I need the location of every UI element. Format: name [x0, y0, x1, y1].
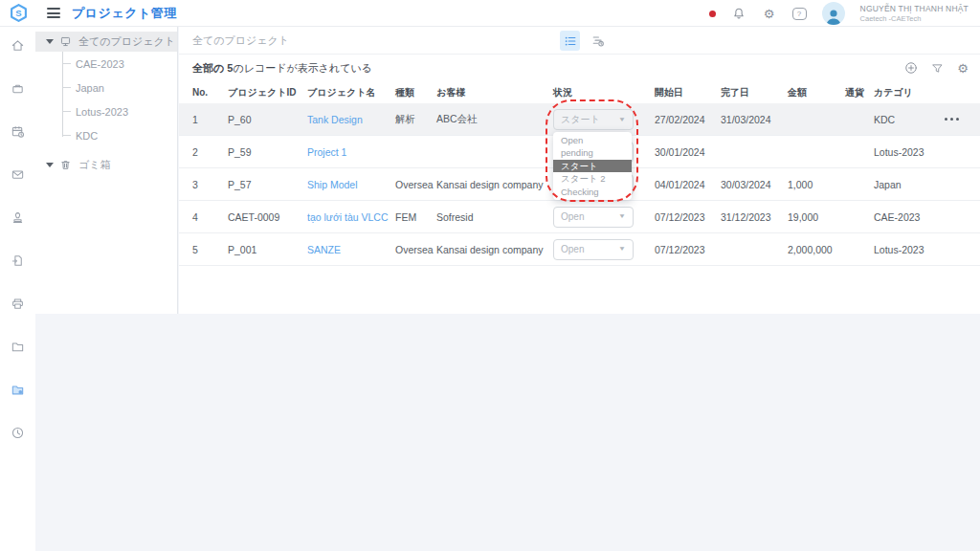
tree-item-label: ゴミ箱 — [78, 158, 111, 172]
menu-toggle-button[interactable] — [47, 6, 60, 21]
cell-category: Lotus-2023 — [874, 244, 945, 255]
user-name: NGUYỄN THỊ THANH NHẬT — [860, 4, 969, 13]
stamp-icon[interactable] — [0, 203, 35, 231]
folder-icon[interactable] — [0, 332, 35, 361]
col-project-name: プロジェクト名 — [307, 86, 395, 99]
col-amount: 金額 — [788, 86, 845, 99]
col-no: No. — [192, 87, 228, 98]
chevron-down-icon: ▼ — [618, 246, 626, 253]
cell-start-date: 07/12/2023 — [655, 244, 721, 255]
cell-end-date: 30/03/2024 — [721, 179, 788, 190]
cell-category: Japan — [874, 179, 945, 190]
row-actions-icon[interactable] — [945, 118, 972, 121]
tree-item-trash[interactable]: ゴミ箱 — [35, 155, 177, 175]
table-row[interactable]: 5 P_001 SANZE Oversea Kansai design comp… — [179, 233, 980, 266]
bell-icon[interactable] — [731, 6, 746, 21]
cell-project-id: P_59 — [228, 146, 307, 158]
trash-icon — [59, 159, 72, 171]
col-start-date: 開始日 — [655, 86, 721, 99]
records-summary-row: 全部の 5のレコードが表示されている ⚙ — [179, 55, 980, 81]
col-type: 種類 — [395, 86, 436, 99]
document-export-icon[interactable] — [0, 246, 35, 275]
cell-no: 4 — [192, 211, 228, 223]
col-end-date: 完了日 — [721, 86, 788, 99]
cell-type: FEM — [395, 211, 436, 223]
clock-icon[interactable] — [0, 418, 35, 447]
project-name-link[interactable]: Tank Design — [307, 114, 395, 125]
cell-no: 2 — [192, 146, 228, 158]
app-logo-icon: S — [9, 4, 28, 23]
top-header: S プロジェクト管理 ⚙ ? NGUYỄN THỊ THANH NHẬT Cae… — [0, 0, 980, 27]
caret-down-icon[interactable] — [46, 39, 54, 44]
help-icon[interactable]: ? — [792, 8, 807, 20]
tree-item-lotus-2023[interactable]: Lotus-2023 — [62, 99, 177, 123]
mail-icon[interactable] — [0, 160, 35, 188]
cell-type: Oversea — [395, 179, 436, 190]
cell-type: Oversea — [395, 244, 436, 255]
icon-rail — [0, 27, 35, 551]
cell-customer: Sofresid — [436, 211, 553, 223]
status-select-value: スタート — [561, 113, 600, 126]
cell-project-id: P_001 — [228, 244, 307, 255]
cell-project-id: P_57 — [228, 179, 307, 190]
avatar[interactable] — [822, 2, 845, 25]
project-name-link[interactable]: Project 1 — [307, 146, 395, 158]
dropdown-option[interactable]: pending — [553, 146, 632, 159]
tree-child-label: Japan — [76, 82, 104, 94]
cell-no: 1 — [192, 114, 228, 125]
briefcase-icon[interactable] — [0, 74, 35, 102]
chevron-down-icon: ▼ — [618, 116, 626, 122]
status-select[interactable]: Open ▼ — [553, 207, 634, 228]
status-select[interactable]: スタート ▼ — [553, 109, 634, 130]
tree-item-label: 全てのプロジェクト — [78, 34, 175, 49]
cell-no: 3 — [192, 179, 228, 190]
cell-type: 解析 — [395, 113, 436, 126]
project-name-link[interactable]: Ship Model — [307, 179, 395, 190]
cell-category: KDC — [874, 114, 945, 125]
svg-text:S: S — [15, 8, 21, 18]
printer-icon[interactable] — [0, 289, 35, 318]
tree-item-all-projects[interactable]: 全てのプロジェクト — [35, 32, 177, 52]
cell-project-id: CAET-0009 — [228, 211, 307, 223]
dropdown-option-selected[interactable]: スタート — [553, 160, 632, 172]
col-currency: 通貨 — [845, 86, 874, 99]
table-row[interactable]: 1 P_60 Tank Design 解析 ABC会社 スタート ▼ 27/02… — [179, 103, 980, 136]
status-select[interactable]: Open ▼ — [553, 239, 634, 260]
settings-gear-icon[interactable]: ⚙ — [762, 6, 777, 21]
project-name-link[interactable]: SANZE — [307, 244, 395, 255]
list-view-icon[interactable] — [560, 31, 580, 51]
cell-start-date: 04/01/2024 — [655, 179, 721, 190]
cell-end-date: 31/12/2023 — [721, 211, 788, 223]
records-count: 全部の 5 — [192, 62, 233, 74]
dropdown-option[interactable]: スタート 2 — [553, 172, 632, 185]
dropdown-option[interactable]: Checking — [553, 186, 632, 198]
project-name-link[interactable]: tạo lưới tàu VLCC — [307, 211, 395, 223]
col-customer: お客様 — [436, 86, 553, 99]
table-row[interactable]: 4 CAET-0009 tạo lưới tàu VLCC FEM Sofres… — [179, 201, 980, 233]
cell-end-date: 31/03/2024 — [721, 114, 788, 125]
table-settings-icon[interactable]: ⚙ — [957, 62, 969, 75]
cell-start-date: 30/01/2024 — [655, 146, 721, 158]
home-icon[interactable] — [0, 31, 35, 59]
filter-icon[interactable] — [931, 62, 944, 75]
breadcrumb: 全てのプロジェクト — [192, 33, 289, 48]
col-status: 状況 — [553, 86, 655, 99]
add-record-icon[interactable] — [904, 61, 918, 75]
tree-item-cae-2023[interactable]: CAE-2023 — [62, 52, 177, 76]
table-header: No. プロジェクトID プロジェクト名 種類 お客様 状況 開始日 完了日 金… — [179, 81, 980, 103]
records-suffix: のレコードが表示されている — [233, 62, 372, 74]
tree-item-japan[interactable]: Japan — [62, 76, 177, 99]
tree-item-kdc[interactable]: KDC — [62, 123, 177, 147]
cell-no: 5 — [192, 244, 228, 255]
calendar-clock-icon[interactable] — [0, 117, 35, 145]
cell-amount: 2,000,000 — [788, 244, 845, 255]
dropdown-option[interactable]: Open — [553, 134, 632, 146]
notification-badge — [709, 11, 716, 17]
caret-down-icon[interactable] — [46, 163, 54, 167]
project-folder-icon[interactable] — [0, 375, 35, 404]
monitor-icon — [59, 35, 72, 48]
status-dropdown-menu: Open pending スタート スタート 2 Checking — [553, 132, 632, 200]
gantt-view-icon[interactable] — [588, 31, 608, 51]
cell-category: CAE-2023 — [874, 211, 945, 223]
chevron-down-icon: ▼ — [618, 213, 626, 220]
